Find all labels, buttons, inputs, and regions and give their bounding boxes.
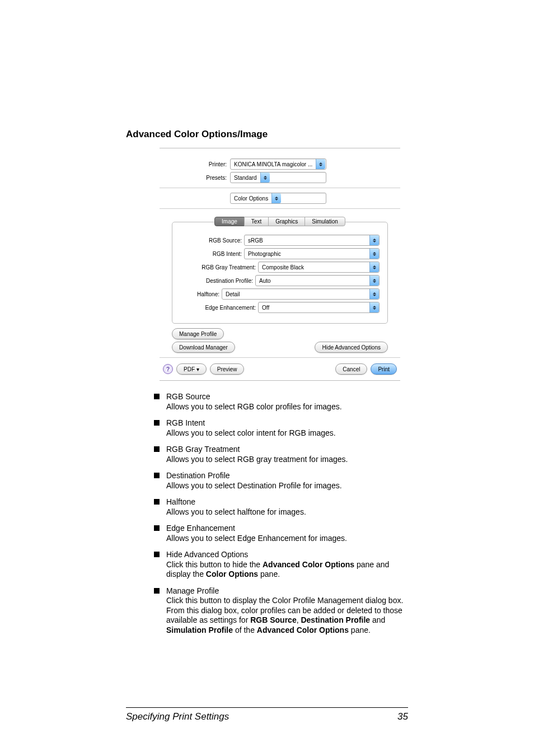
divider (160, 208, 400, 209)
text: Simulation Profile (166, 626, 233, 634)
printer-select[interactable]: KONICA MINOLTA magicolor ... (230, 158, 326, 170)
halftone-select[interactable]: Detail (222, 288, 380, 300)
item-desc: Allows you to select Destination Profile… (166, 481, 408, 491)
chevron-updown-icon (271, 193, 281, 203)
item-title: RGB Gray Treatment (166, 445, 408, 455)
rgb-source-select[interactable]: sRGB (244, 235, 380, 246)
dest-profile-label: Destination Profile: (180, 278, 255, 284)
tab-panel-image: RGB Source: sRGB RGB Intent: Photographi… (172, 222, 388, 324)
text: of the (233, 626, 257, 634)
rgb-gray-value: Composite Black (259, 262, 369, 272)
section-value: Color Options (231, 193, 271, 203)
item-title: Hide Advanced Options (166, 550, 408, 560)
help-icon[interactable]: ? (163, 364, 173, 374)
halftone-label: Halftone: (180, 291, 222, 297)
rgb-intent-label: RGB Intent: (180, 251, 244, 257)
presets-label: Presets: (160, 175, 230, 181)
item-desc: Allows you to select halftone for images… (166, 507, 408, 517)
item-title: Edge Enhancement (166, 524, 408, 534)
list-item: RGB Intent Allows you to select color in… (154, 418, 408, 438)
presets-select[interactable]: Standard (230, 172, 326, 183)
chevron-updown-icon (316, 159, 325, 169)
edge-enh-select[interactable]: Off (258, 302, 380, 313)
text: Click this button to hide the (166, 560, 263, 569)
text: and (370, 615, 385, 624)
list-item: Destination Profile Allows you to select… (154, 471, 408, 491)
item-desc: Allows you to select Edge Enhancement fo… (166, 534, 408, 544)
halftone-value: Detail (222, 289, 369, 299)
edge-enh-label: Edge Enhancement: (180, 305, 258, 311)
chevron-updown-icon (369, 302, 379, 312)
chevron-updown-icon (369, 289, 379, 299)
chevron-updown-icon (369, 262, 379, 272)
presets-value: Standard (231, 172, 260, 183)
list-item: Halftone Allows you to select halftone f… (154, 497, 408, 517)
text: Advanced Color Options (257, 626, 349, 634)
tab-strip: Image Text Graphics Simulation (160, 217, 400, 226)
item-desc: Allows you to select RGB gray treatment … (166, 455, 408, 465)
print-button[interactable]: Print (371, 363, 397, 375)
item-desc: Allows you to select RGB color profiles … (166, 402, 408, 412)
text: pane. (258, 570, 280, 578)
text: RGB Source (250, 615, 296, 624)
rgb-gray-select[interactable]: Composite Black (258, 262, 380, 273)
section-select[interactable]: Color Options (230, 193, 326, 204)
rgb-gray-label: RGB Gray Treatment: (180, 264, 258, 270)
dest-profile-select[interactable]: Auto (255, 275, 380, 286)
dest-profile-value: Auto (256, 276, 369, 286)
chevron-updown-icon (260, 172, 270, 183)
item-desc: Allows you to select color intent for RG… (166, 428, 408, 438)
section-heading: Advanced Color Options/Image (126, 129, 408, 140)
item-title: Halftone (166, 497, 408, 507)
footer-title: Specifying Print Settings (126, 711, 229, 722)
text: Destination Profile (301, 615, 370, 624)
item-desc: Click this button to hide the Advanced C… (166, 560, 408, 580)
rgb-intent-value: Photographic (245, 249, 369, 259)
list-item: Hide Advanced Options Click this button … (154, 550, 408, 580)
edge-enh-value: Off (259, 302, 369, 312)
tab-image[interactable]: Image (214, 217, 245, 226)
item-title: Manage Profile (166, 586, 408, 596)
text: pane. (349, 626, 371, 634)
text: Advanced Color Options (263, 560, 354, 569)
list-item: RGB Gray Treatment Allows you to select … (154, 445, 408, 464)
divider (160, 188, 400, 188)
item-desc: Click this button to display the Color P… (166, 596, 408, 635)
rgb-intent-select[interactable]: Photographic (244, 248, 380, 259)
item-title: RGB Intent (166, 418, 408, 428)
chevron-updown-icon (369, 276, 379, 286)
printer-label: Printer: (160, 161, 230, 167)
list-item: RGB Source Allows you to select RGB colo… (154, 392, 408, 412)
list-item: Manage Profile Click this button to disp… (154, 586, 408, 636)
preview-button[interactable]: Preview (210, 363, 245, 375)
tab-simulation[interactable]: Simulation (305, 217, 345, 226)
rgb-source-label: RGB Source: (180, 237, 244, 244)
download-manager-button[interactable]: Download Manager (172, 342, 235, 353)
tab-graphics[interactable]: Graphics (268, 217, 305, 226)
print-dialog: Printer: KONICA MINOLTA magicolor ... Pr… (160, 148, 400, 381)
chevron-updown-icon (369, 249, 379, 259)
cancel-button[interactable]: Cancel (335, 363, 367, 375)
item-title: RGB Source (166, 392, 408, 402)
item-title: Destination Profile (166, 471, 408, 481)
manage-profile-button[interactable]: Manage Profile (172, 328, 224, 339)
page-number: 35 (397, 711, 408, 722)
options-description-list: RGB Source Allows you to select RGB colo… (154, 392, 408, 635)
pdf-menu-button[interactable]: PDF ▾ (176, 363, 207, 375)
chevron-updown-icon (369, 235, 379, 245)
tab-text[interactable]: Text (244, 217, 269, 226)
page-footer: Specifying Print Settings 35 (126, 707, 408, 722)
list-item: Edge Enhancement Allows you to select Ed… (154, 524, 408, 543)
text: Color Options (206, 570, 258, 578)
rgb-source-value: sRGB (245, 235, 369, 245)
divider (160, 357, 400, 358)
printer-value: KONICA MINOLTA magicolor ... (231, 159, 316, 169)
hide-advanced-button[interactable]: Hide Advanced Options (315, 342, 388, 353)
